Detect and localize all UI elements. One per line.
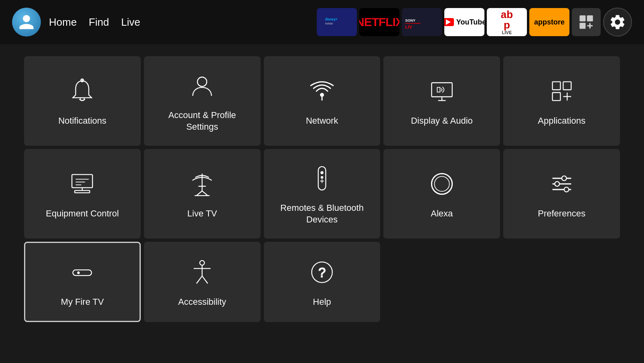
- user-avatar[interactable]: [12, 8, 41, 37]
- svg-rect-5: [579, 15, 585, 21]
- tile-remotes-bluetooth[interactable]: Remotes & Bluetooth Devices: [264, 149, 381, 239]
- notifications-icon: [66, 75, 98, 107]
- youtube-inner: YouTube: [444, 18, 484, 27]
- display-audio-label: Display & Audio: [411, 115, 473, 127]
- svg-point-49: [555, 182, 559, 187]
- svg-text:hotstar: hotstar: [325, 22, 333, 25]
- appstore-label: appstore: [534, 18, 565, 27]
- network-icon: [306, 75, 338, 107]
- applications-label: Applications: [538, 115, 585, 127]
- tile-my-fire-tv[interactable]: My Fire TV: [24, 242, 141, 322]
- svg-rect-23: [552, 93, 560, 101]
- account-label: Account & Profile Settings: [153, 110, 251, 133]
- svg-rect-7: [579, 23, 585, 29]
- remotes-bluetooth-label: Remotes & Bluetooth Devices: [273, 202, 371, 225]
- svg-point-44: [434, 177, 449, 192]
- live-tv-icon: [186, 168, 218, 200]
- svg-point-39: [321, 177, 323, 179]
- svg-text:SONY: SONY: [405, 18, 415, 22]
- tile-preferences[interactable]: Preferences: [503, 149, 620, 239]
- tile-account[interactable]: Account & Profile Settings: [144, 56, 261, 146]
- app-youtube[interactable]: YouTube: [444, 8, 484, 36]
- topbar: Home Find Live disney+ hotstar NETFLIX S…: [0, 0, 644, 44]
- preferences-icon: [546, 168, 578, 200]
- equipment-control-label: Equipment Control: [46, 208, 119, 220]
- app-sonyliv[interactable]: SONY LIV: [402, 8, 442, 36]
- youtube-label: YouTube: [456, 18, 484, 27]
- app-shortcuts: disney+ hotstar NETFLIX SONY LIV YouT: [317, 8, 632, 37]
- abp-live-text: LIVE: [501, 30, 513, 35]
- abplive-inner: ab p LIVE: [501, 9, 513, 35]
- tile-live-tv[interactable]: Live TV: [144, 149, 261, 239]
- svg-rect-52: [73, 270, 92, 275]
- nav-find[interactable]: Find: [89, 16, 109, 29]
- svg-point-51: [564, 188, 569, 192]
- grid-add-icon: [578, 14, 594, 30]
- notifications-label: Notifications: [58, 115, 106, 127]
- my-fire-tv-icon: [66, 256, 98, 288]
- svg-point-15: [320, 94, 324, 97]
- svg-line-57: [196, 276, 202, 283]
- svg-point-38: [321, 171, 323, 174]
- alexa-icon: [426, 168, 458, 200]
- app-hotstar[interactable]: disney+ hotstar: [317, 8, 357, 36]
- abp-logo-p: p: [501, 20, 513, 30]
- help-icon: ?: [306, 256, 338, 288]
- display-audio-icon: [426, 75, 458, 107]
- abp-logo-a: ab: [501, 9, 513, 20]
- svg-rect-21: [552, 82, 560, 90]
- tile-network[interactable]: Network: [264, 56, 381, 146]
- app-abplive[interactable]: ab p LIVE: [487, 8, 527, 36]
- tile-accessibility[interactable]: Accessibility: [144, 242, 261, 322]
- svg-marker-18: [437, 88, 440, 92]
- equipment-control-icon: [66, 168, 98, 200]
- account-icon: [186, 69, 218, 102]
- settings-gear-button[interactable]: [603, 8, 632, 37]
- svg-point-14: [198, 77, 207, 86]
- preferences-label: Preferences: [538, 208, 585, 220]
- sonyliv-logo: SONY LIV: [404, 11, 440, 33]
- accessibility-icon: [186, 256, 218, 288]
- tile-help[interactable]: ? Help: [264, 242, 381, 322]
- remotes-bluetooth-icon: [306, 162, 338, 194]
- settings-grid: Notifications Account & Profile Settings…: [0, 48, 644, 330]
- nav-links: Home Find Live: [49, 16, 140, 29]
- svg-rect-22: [563, 82, 571, 90]
- svg-point-47: [562, 176, 567, 181]
- netflix-label: NETFLIX: [359, 15, 399, 29]
- tile-applications[interactable]: Applications: [503, 56, 620, 146]
- hotstar-logo-img: disney+ hotstar: [323, 11, 351, 33]
- svg-text:disney+: disney+: [325, 17, 338, 21]
- svg-line-34: [202, 191, 208, 196]
- network-label: Network: [306, 115, 338, 127]
- tile-notifications[interactable]: Notifications: [24, 56, 141, 146]
- svg-point-53: [78, 272, 80, 274]
- svg-rect-3: [405, 23, 420, 23]
- youtube-play-icon: [444, 18, 454, 26]
- live-tv-label: Live TV: [187, 208, 217, 220]
- app-netflix[interactable]: NETFLIX: [359, 8, 399, 36]
- nav-home[interactable]: Home: [49, 16, 77, 29]
- svg-text:LIV: LIV: [405, 24, 412, 29]
- tile-equipment-control[interactable]: Equipment Control: [24, 149, 141, 239]
- svg-rect-28: [75, 191, 90, 193]
- my-fire-tv-label: My Fire TV: [61, 296, 104, 308]
- svg-line-58: [202, 276, 208, 283]
- accessibility-label: Accessibility: [178, 296, 226, 308]
- svg-line-33: [196, 191, 202, 196]
- user-icon: [18, 13, 35, 31]
- svg-point-54: [200, 261, 205, 265]
- app-appstore[interactable]: appstore: [529, 8, 569, 36]
- nav-live[interactable]: Live: [121, 16, 140, 29]
- tile-alexa[interactable]: Alexa: [383, 149, 500, 239]
- svg-rect-6: [587, 15, 593, 21]
- gear-icon: [609, 13, 626, 31]
- add-apps-button[interactable]: [572, 8, 601, 36]
- alexa-label: Alexa: [431, 208, 453, 220]
- tile-display-audio[interactable]: Display & Audio: [383, 56, 500, 146]
- svg-rect-26: [72, 175, 93, 188]
- applications-icon: [546, 75, 578, 107]
- svg-text:?: ?: [318, 265, 326, 280]
- help-label: Help: [313, 296, 331, 308]
